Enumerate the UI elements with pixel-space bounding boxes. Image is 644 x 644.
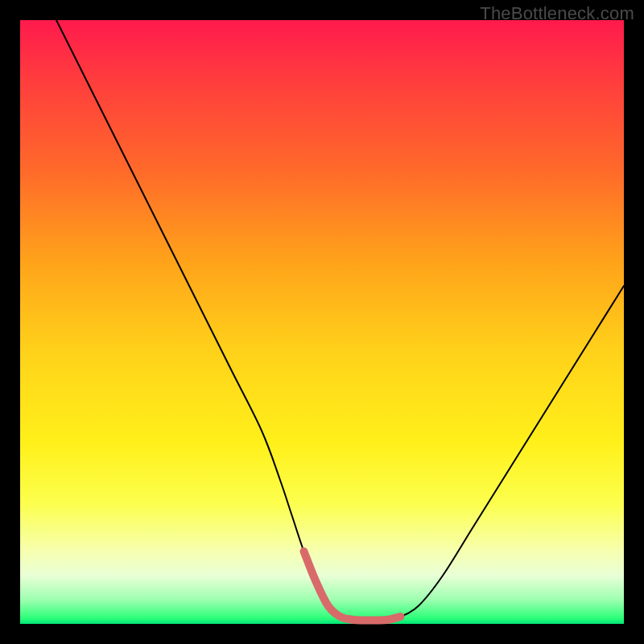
curve-highlight bbox=[304, 551, 401, 621]
chart-svg bbox=[20, 20, 624, 624]
curve-line bbox=[56, 20, 624, 621]
plot-background bbox=[20, 20, 624, 624]
watermark-text: TheBottleneck.com bbox=[480, 3, 634, 24]
chart-frame: TheBottleneck.com bbox=[0, 0, 644, 644]
